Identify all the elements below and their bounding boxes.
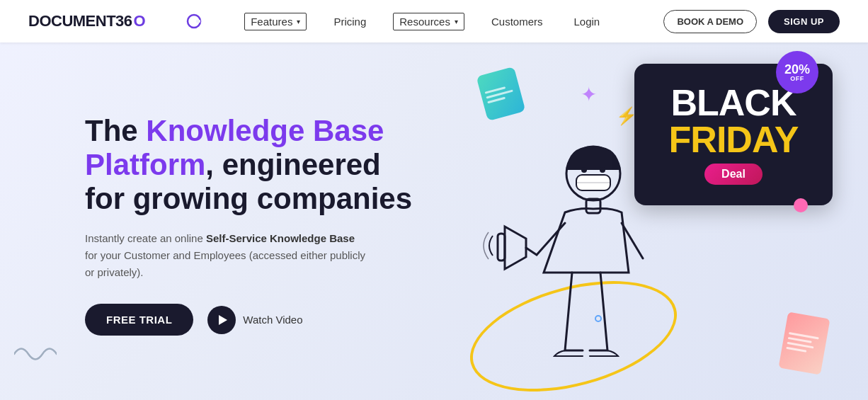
hero-illustration: ✦ ⚡ [425, 42, 840, 400]
nav-right-actions: BOOK A DEMO SIGN UP [663, 10, 840, 33]
svg-rect-4 [498, 234, 505, 261]
receipt-line-4 [786, 347, 806, 353]
hero-title: The Knowledge Base Platform, engineered … [85, 114, 425, 217]
watch-video-label: Watch Video [243, 314, 302, 326]
subtitle-bold: Self-Service Knowledge Base [206, 232, 355, 244]
pink-circle-decoration [794, 198, 808, 212]
navbar: DOCUMENT36 O Features ▾ Pricing Resource… [0, 0, 868, 42]
logo-ring-icon [186, 13, 202, 29]
bf-friday-text: FRIDAY [669, 121, 799, 158]
logo-text: DOCUMENT36 [28, 12, 132, 30]
bf-title-black: BLACK FRIDAY [669, 84, 799, 158]
svg-rect-1 [196, 20, 200, 23]
svg-point-6 [600, 167, 605, 173]
bf-black-text: BLACK [669, 84, 799, 121]
logo-accent: O [134, 12, 146, 30]
free-trial-button[interactable]: FREE TRIAL [85, 304, 193, 336]
svg-point-5 [581, 167, 587, 173]
signup-button[interactable]: SIGN UP [768, 10, 840, 33]
brand-logo[interactable]: DOCUMENT36 O [28, 12, 202, 30]
resources-chevron-icon: ▾ [455, 18, 458, 25]
features-chevron-icon: ▾ [297, 18, 300, 25]
discount-number: 20% [784, 63, 810, 76]
subtitle-plain-1: Instantly create an online [85, 232, 206, 244]
subtitle-plain-2: for your Customer and Employees (accesse… [85, 249, 365, 278]
play-triangle-icon [219, 315, 227, 325]
nav-customers[interactable]: Customers [487, 13, 547, 30]
bf-deal-badge: Deal [704, 164, 763, 185]
book-demo-button[interactable]: BOOK A DEMO [663, 10, 757, 33]
nav-resources[interactable]: Resources ▾ [393, 13, 464, 30]
floating-receipt [779, 312, 830, 375]
nav-login[interactable]: Login [570, 13, 605, 30]
hero-section: The Knowledge Base Platform, engineered … [85, 107, 425, 336]
nav-pricing[interactable]: Pricing [329, 13, 370, 30]
discount-off-label: OFF [790, 76, 804, 82]
watch-video-button[interactable]: Watch Video [207, 306, 302, 334]
hero-actions: FREE TRIAL Watch Video [85, 304, 425, 336]
nav-links: Features ▾ Pricing Resources ▾ Customers… [244, 13, 663, 30]
blue-circle-decoration [595, 315, 602, 322]
hero-title-prefix: The [85, 114, 146, 147]
main-content: The Knowledge Base Platform, engineered … [0, 42, 868, 400]
hero-subtitle: Instantly create an online Self-Service … [85, 230, 368, 281]
discount-badge: 20% OFF [776, 51, 818, 93]
black-friday-banner: 20% OFF BLACK FRIDAY Deal [634, 64, 833, 205]
nav-features[interactable]: Features ▾ [244, 13, 307, 30]
play-circle-icon [207, 306, 236, 334]
